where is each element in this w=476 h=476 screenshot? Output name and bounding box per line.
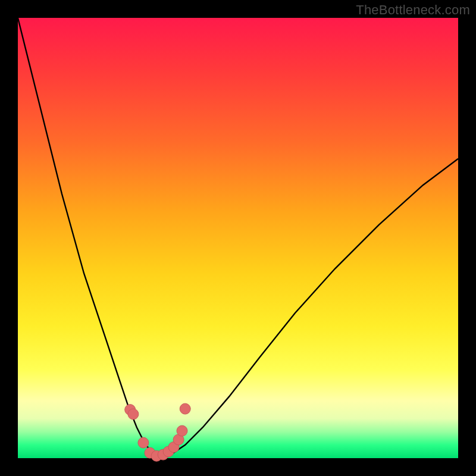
marker-group — [125, 403, 191, 461]
data-point — [128, 409, 139, 419]
data-point — [177, 425, 187, 436]
chart-frame: TheBottleneck.com — [0, 0, 476, 476]
bottleneck-curve — [18, 18, 458, 458]
data-point — [180, 403, 190, 414]
watermark-text: TheBottleneck.com — [356, 2, 470, 18]
plot-area — [18, 18, 458, 458]
curve-layer — [18, 18, 458, 458]
data-point — [138, 437, 149, 448]
